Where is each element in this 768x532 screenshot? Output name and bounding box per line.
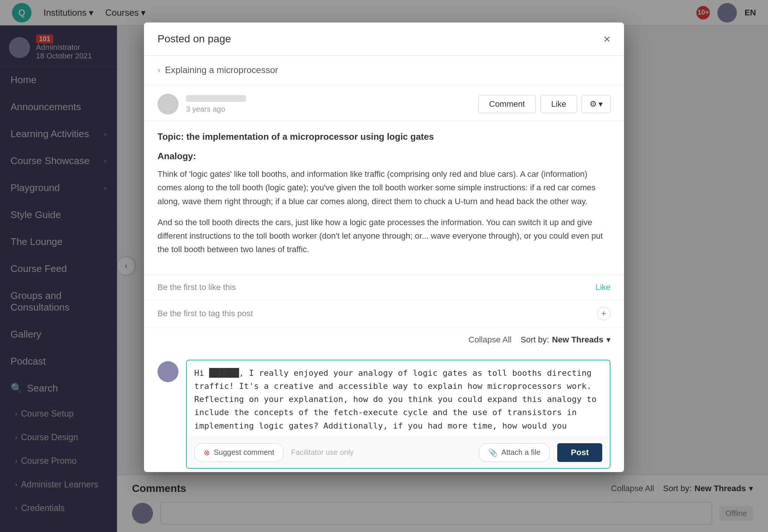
modal-dialog: Posted on page × › Explaining a micropro… — [144, 22, 624, 472]
post-author-avatar — [158, 94, 178, 115]
commenter-avatar — [158, 361, 178, 382]
like-action-button[interactable]: Like — [596, 282, 610, 292]
add-tag-button[interactable]: + — [597, 307, 610, 320]
modal-close-button[interactable]: × — [603, 33, 610, 45]
breadcrumb-text[interactable]: Explaining a microprocessor — [165, 65, 278, 75]
chevron-down-icon: ▾ — [606, 335, 610, 345]
post-tag-row: Be the first to tag this post + — [144, 300, 624, 327]
gear-icon: ⚙ — [590, 99, 597, 109]
attach-file-button[interactable]: 📎 Attach a file — [479, 443, 550, 462]
like-button[interactable]: Like — [540, 95, 577, 113]
comment-box-footer: ⊗ Suggest comment Facilitator use only 📎… — [187, 437, 610, 468]
post-paragraph-1: Think of 'logic gates' like toll booths,… — [158, 167, 610, 208]
post-paragraph-2: And so the toll booth directs the cars, … — [158, 216, 610, 257]
comment-box: Hi ██████, I really enjoyed your analogy… — [186, 360, 610, 469]
settings-button[interactable]: ⚙ ▾ — [582, 95, 610, 113]
post-button[interactable]: Post — [557, 443, 602, 462]
suggest-comment-button[interactable]: ⊗ Suggest comment — [194, 443, 284, 462]
breadcrumb-arrow-icon: › — [158, 65, 160, 75]
post-content: Topic: the implementation of a microproc… — [144, 121, 624, 275]
comments-controls: Collapse All Sort by: New Threads ▾ — [144, 327, 624, 352]
post-author-name — [186, 95, 246, 102]
post-actions: Comment Like ⚙ ▾ — [478, 95, 610, 113]
post-author-info: 3 years ago — [186, 95, 471, 114]
modal-overlay: Posted on page × › Explaining a micropro… — [0, 0, 768, 532]
modal-header: Posted on page × — [144, 22, 624, 56]
post-author-time: 3 years ago — [186, 105, 471, 114]
post-like-row: Be the first to like this Like — [144, 275, 624, 300]
attachment-icon: 📎 — [488, 448, 498, 457]
collapse-all-button[interactable]: Collapse All — [468, 335, 512, 345]
post-author-row: 3 years ago Comment Like ⚙ ▾ — [144, 85, 624, 121]
suggest-icon: ⊗ — [204, 448, 210, 457]
tag-placeholder-text: Be the first to tag this post — [158, 309, 253, 318]
modal-body: › Explaining a microprocessor 3 years ag… — [144, 56, 624, 472]
comment-input-area: Hi ██████, I really enjoyed your analogy… — [144, 352, 624, 472]
like-placeholder-text: Be the first to like this — [158, 282, 236, 292]
sort-control[interactable]: Sort by: New Threads ▾ — [520, 335, 610, 345]
comment-textarea[interactable]: Hi ██████, I really enjoyed your analogy… — [187, 360, 610, 435]
post-analogy-label: Analogy: — [158, 151, 610, 161]
chevron-down-icon: ▾ — [598, 99, 603, 109]
modal-breadcrumb: › Explaining a microprocessor — [144, 56, 624, 85]
post-topic: Topic: the implementation of a microproc… — [158, 132, 610, 142]
facilitator-only-label: Facilitator use only — [291, 448, 354, 457]
comment-button[interactable]: Comment — [478, 95, 536, 113]
modal-title: Posted on page — [158, 33, 231, 45]
